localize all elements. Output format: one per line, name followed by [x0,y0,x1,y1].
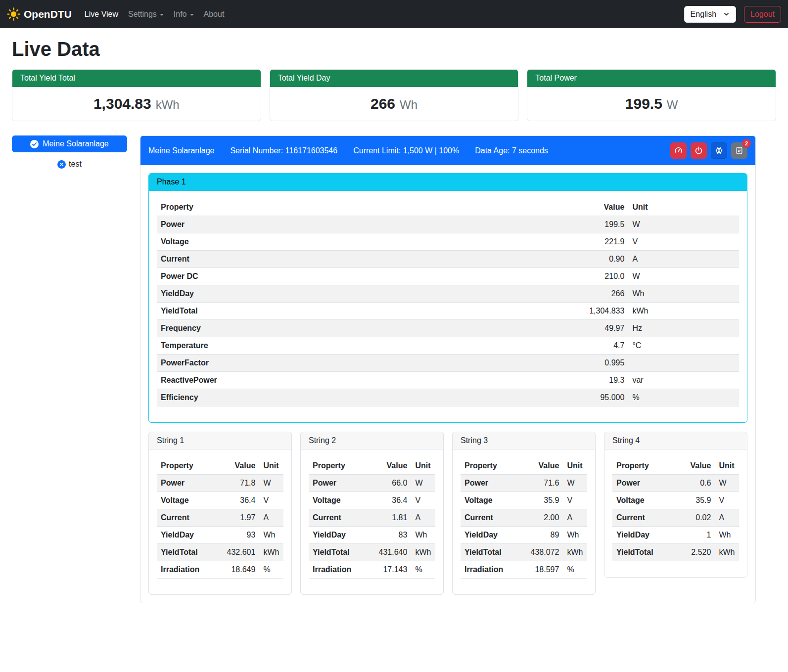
property-unit: W [259,475,283,492]
inverter-button-test[interactable]: test [12,158,127,171]
table-header-row: Property Value Unit [157,199,739,216]
phase-card-title: Phase 1 [149,174,747,191]
property-name: YieldTotal [157,303,439,320]
table-row: Irradiation 17.143 % [309,561,435,579]
nav-live-view[interactable]: Live View [80,6,123,23]
property-unit: W [715,475,739,492]
property-unit: W [411,475,435,492]
nav-about-label: About [204,10,225,19]
table-row: Current 2.00 A [461,509,587,527]
chevron-down-icon [160,14,164,16]
language-select[interactable]: English [684,6,736,23]
column-unit: Unit [259,457,283,475]
string-card-title: String 3 [453,432,595,449]
string-card-title: String 1 [149,432,291,449]
table-header-row: Property Value Unit [157,457,283,475]
chevron-down-icon [723,11,730,17]
inverter-button-selected[interactable]: Meine Solaranlage [12,135,127,152]
column-property: Property [461,457,518,475]
summary-unit: kWh [156,98,180,111]
table-row: PowerFactor 0.995 [157,355,739,372]
nav-settings[interactable]: Settings [123,6,169,23]
logout-button[interactable]: Logout [744,6,781,23]
string-table: Property Value Unit Power 71.6 [461,457,587,579]
limit-settings-button[interactable] [670,142,687,159]
string-card-4: String 4 Property Value Unit [604,432,747,578]
property-unit: % [411,561,435,579]
property-name: Current [157,509,214,527]
table-row: YieldTotal 1,304.833 kWh [157,303,739,320]
string-card-2: String 2 Property Value Unit [300,432,444,595]
string-card-1: String 1 Property Value Unit [148,432,292,595]
table-row: Voltage 35.9 V [612,492,739,509]
property-unit: var [628,372,739,389]
property-unit: A [411,509,435,527]
inverter-serial: Serial Number: 116171603546 [230,146,337,155]
property-name: YieldTotal [309,544,366,561]
table-row: Current 1.97 A [157,509,283,527]
string-card-title: String 2 [301,432,443,449]
power-settings-button[interactable] [691,142,707,159]
x-circle-icon [57,160,66,169]
table-row: Voltage 36.4 V [309,492,435,509]
property-name: Irradiation [309,561,366,579]
property-name: YieldDay [157,285,439,303]
property-unit: °C [628,337,739,355]
sun-icon [7,7,20,21]
property-name: PowerFactor [157,355,439,372]
check-circle-icon [30,140,39,148]
summary-card: Total Yield Total 1,304.83kWh [12,69,261,121]
strings-row: String 1 Property Value Unit [148,432,747,595]
event-log-button[interactable]: 2 [731,142,747,159]
property-unit: A [563,509,587,527]
property-value: 0.02 [675,509,715,527]
property-value: 18.597 [518,561,563,579]
table-row: Power DC 210.0 W [157,268,739,285]
property-value: 0.995 [439,355,628,372]
property-value: 2.520 [675,544,715,561]
property-name: YieldTotal [157,544,214,561]
property-name: Current [157,251,439,268]
property-name: Irradiation [157,561,214,579]
table-row: Current 0.90 A [157,251,739,268]
column-value: Value [518,457,563,475]
property-value: 36.4 [366,492,411,509]
property-value: 2.00 [518,509,563,527]
property-name: Current [309,509,366,527]
nav-info[interactable]: Info [169,6,199,23]
property-unit: V [715,492,739,509]
device-info-button[interactable] [711,142,727,159]
string-table: Property Value Unit Power 0.6 [612,457,739,561]
table-row: Power 0.6 W [612,475,739,492]
string-card-body: Property Value Unit Power 0.6 [604,449,747,577]
column-unit: Unit [411,457,435,475]
inverter-limit: Current Limit: 1,500 W | 100% [353,146,459,155]
property-unit: kWh [628,303,739,320]
property-value: 19.3 [439,372,628,389]
string-card-title: String 4 [604,432,747,449]
nav-info-label: Info [174,10,187,19]
language-selected-value: English [691,10,716,19]
property-value: 83 [366,527,411,544]
table-row: YieldTotal 2.520 kWh [612,544,739,561]
property-unit: kWh [259,544,283,561]
property-name: Irradiation [461,561,518,579]
property-unit: kWh [411,544,435,561]
nav-about[interactable]: About [199,6,230,23]
property-value: 431.640 [366,544,411,561]
table-row: Irradiation 18.597 % [461,561,587,579]
brand-link[interactable]: OpenDTU [7,7,72,21]
property-unit: kWh [563,544,587,561]
table-row: Power 71.8 W [157,475,283,492]
string-card-body: Property Value Unit Power 71.6 [453,449,595,594]
table-row: Power 71.6 W [461,475,587,492]
property-name: Voltage [309,492,366,509]
inverter-data-age: Data Age: 7 seconds [475,146,548,155]
column-unit: Unit [715,457,739,475]
string-table: Property Value Unit Power 66.0 [309,457,435,579]
table-row: Power 66.0 W [309,475,435,492]
string-card-3: String 3 Property Value Unit [452,432,596,595]
property-unit: V [259,492,283,509]
table-row: YieldDay 93 Wh [157,527,283,544]
property-name: YieldDay [612,527,675,544]
